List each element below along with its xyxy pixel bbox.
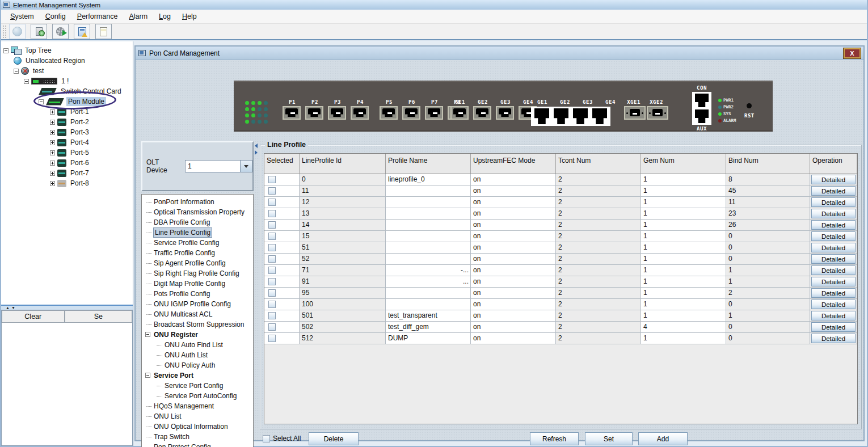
detailed-button[interactable]: Detailed <box>811 209 856 218</box>
alarm-panel-button-1[interactable]: Se <box>65 310 132 323</box>
row-checkbox[interactable] <box>268 267 276 274</box>
column-header-bind-num[interactable]: Bind Num <box>726 154 810 174</box>
toolbar-button-alarm-report[interactable] <box>74 24 90 39</box>
column-header-tcont-num[interactable]: Tcont Num <box>556 154 641 174</box>
row-checkbox[interactable] <box>268 335 276 342</box>
tree-item-port-8[interactable]: Port-8 <box>50 178 91 188</box>
nav-item-onu-list[interactable]: ONU List <box>142 411 253 421</box>
row-checkbox[interactable] <box>268 323 276 331</box>
row-checkbox[interactable] <box>268 278 276 285</box>
add-button[interactable]: Add <box>638 432 688 445</box>
minus-expander-icon[interactable] <box>14 69 19 74</box>
tree-item-port-4[interactable]: Port-4 <box>50 137 91 147</box>
nav-item-dba-profile-config[interactable]: DBA Profile Config <box>142 217 253 227</box>
plus-expander-icon[interactable] <box>50 130 55 135</box>
nav-item-service-profile-config[interactable]: Service Profile Config <box>142 238 253 248</box>
row-checkbox[interactable] <box>268 244 276 251</box>
row-checkbox[interactable] <box>268 210 276 217</box>
detailed-button[interactable]: Detailed <box>811 265 856 275</box>
nav-item-service-port[interactable]: Service Port <box>142 370 253 381</box>
set-button[interactable]: Set <box>585 432 633 445</box>
toolbar-button-globe[interactable] <box>9 24 26 39</box>
detailed-button[interactable]: Detailed <box>811 243 856 252</box>
refresh-button[interactable]: Refresh <box>530 432 579 445</box>
tree-item-test[interactable]: test <box>14 66 45 76</box>
tree-item-port-6[interactable]: Port-6 <box>50 158 91 168</box>
minus-expander-icon[interactable] <box>24 79 29 84</box>
tree-item-port-2[interactable]: Port-2 <box>50 117 91 127</box>
nav-item-onu-multicast-acl[interactable]: ONU Multicast ACL <box>142 309 253 319</box>
detailed-button[interactable]: Detailed <box>811 288 856 298</box>
row-checkbox[interactable] <box>268 312 276 319</box>
menu-item-help[interactable]: Help <box>176 11 203 22</box>
nav-item-hqos-management[interactable]: HQoS Management <box>142 401 253 411</box>
minus-expander-icon[interactable] <box>39 99 44 104</box>
detailed-button[interactable]: Detailed <box>811 175 856 184</box>
nav-item-service-port-autoconfig[interactable]: Service Port AutoConfig <box>142 391 253 401</box>
menu-item-log[interactable]: Log <box>153 11 176 22</box>
minus-expander-icon[interactable] <box>145 373 150 378</box>
nav-item-broadcast-storm-suppression[interactable]: Broadcast Storm Suppression <box>142 319 253 330</box>
tree-item-port-1[interactable]: Port-1 <box>50 107 91 117</box>
plus-expander-icon[interactable] <box>50 171 55 176</box>
row-checkbox[interactable] <box>268 187 276 195</box>
column-header-upstreamfec-mode[interactable]: UpstreamFEC Mode <box>471 154 556 174</box>
splitter-left-icon[interactable] <box>255 144 258 148</box>
detailed-button[interactable]: Detailed <box>811 277 856 286</box>
tree-item-unallocated-region[interactable]: Unallocated Region <box>14 56 87 66</box>
nav-item-line-profile-config[interactable]: Line Profile Config <box>142 227 253 238</box>
tree-item-1-[interactable]: 1 ! <box>24 76 70 86</box>
detailed-button[interactable]: Detailed <box>811 300 856 309</box>
pon-window-titlebar[interactable]: Pon Card Management X <box>136 47 863 60</box>
tree-item-switch-control-card[interactable]: Switch Control Card <box>39 86 123 96</box>
nav-item-pots-profile-config[interactable]: Pots Profile Config <box>142 289 253 299</box>
plus-expander-icon[interactable] <box>50 150 55 155</box>
column-header-operation[interactable]: Operation <box>810 154 857 174</box>
plus-expander-icon[interactable] <box>50 109 55 115</box>
minus-expander-icon[interactable] <box>145 332 150 337</box>
row-checkbox[interactable] <box>268 301 276 308</box>
nav-item-onu-policy-auth[interactable]: ONU Policy Auth <box>142 360 253 370</box>
row-checkbox[interactable] <box>268 289 276 297</box>
row-checkbox[interactable] <box>268 255 276 263</box>
nav-item-onu-auth-list[interactable]: ONU Auth List <box>142 350 253 360</box>
alarm-panel-button-0[interactable]: Clear <box>2 310 65 323</box>
plus-expander-icon[interactable] <box>50 161 55 166</box>
detailed-button[interactable]: Detailed <box>811 231 856 241</box>
row-checkbox[interactable] <box>268 199 276 206</box>
nav-item-onu-optical-information[interactable]: ONU Optical Information <box>142 421 253 432</box>
detailed-button[interactable]: Detailed <box>811 220 856 230</box>
nav-item-digit-map-profile-config[interactable]: Digit Map Profile Config <box>142 279 253 289</box>
splitter-right-icon[interactable] <box>255 150 258 155</box>
tree-item-port-7[interactable]: Port-7 <box>50 168 91 178</box>
detailed-button[interactable]: Detailed <box>811 311 856 321</box>
nav-item-trap-switch[interactable]: Trap Switch <box>142 432 253 442</box>
column-header-selected[interactable]: Selected <box>264 154 300 174</box>
nav-item-onu-auto-find-list[interactable]: ONU Auto Find List <box>142 340 253 350</box>
toolbar-button-log-file[interactable] <box>95 24 112 39</box>
nav-item-service-port-config[interactable]: Service Port Config <box>142 381 253 391</box>
detailed-button[interactable]: Detailed <box>811 322 856 332</box>
minus-expander-icon[interactable] <box>3 48 9 53</box>
row-checkbox[interactable] <box>268 176 276 183</box>
column-header-gem-num[interactable]: Gem Num <box>641 154 726 174</box>
tree-item-pon-module[interactable]: Pon Module <box>39 96 106 107</box>
tree-item-top-tree[interactable]: Top Tree <box>3 45 53 56</box>
nav-item-onu-register[interactable]: ONU Register <box>142 330 253 340</box>
row-checkbox[interactable] <box>268 233 276 240</box>
plus-expander-icon[interactable] <box>50 181 55 186</box>
toolbar-button-gear-run[interactable] <box>52 24 69 39</box>
nav-item-sip-right-flag-profile-config[interactable]: Sip Right Flag Profile Config <box>142 268 253 279</box>
nav-item-optical-transmission-property[interactable]: Optical Transmission Property <box>142 207 253 217</box>
chevron-down-icon[interactable] <box>240 161 252 172</box>
vertical-splitter[interactable] <box>254 141 259 447</box>
menu-item-alarm[interactable]: Alarm <box>123 11 153 22</box>
menu-item-performance[interactable]: Performance <box>71 11 124 22</box>
nav-item-sip-agent-profile-config[interactable]: Sip Agent Profile Config <box>142 258 253 268</box>
horizontal-splitter[interactable]: ▲ ▼ <box>1 305 133 310</box>
detailed-button[interactable]: Detailed <box>811 254 856 264</box>
tree-item-port-3[interactable]: Port-3 <box>50 127 91 137</box>
nav-item-traffic-profile-config[interactable]: Traffic Profile Config <box>142 248 253 258</box>
delete-button[interactable]: Delete <box>309 432 359 445</box>
detailed-button[interactable]: Detailed <box>811 186 856 196</box>
